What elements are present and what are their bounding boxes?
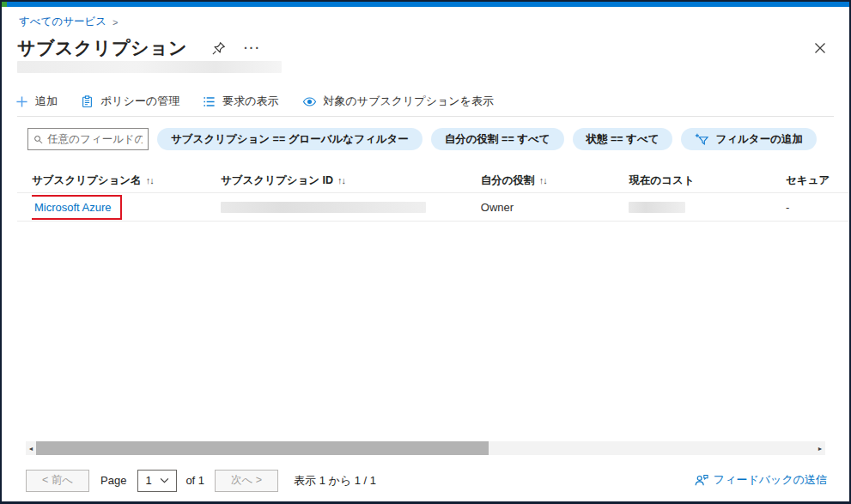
scroll-left-arrow-icon[interactable]: ◄	[26, 441, 36, 455]
plus-icon	[15, 95, 28, 108]
search-box	[27, 128, 149, 150]
feedback-icon	[695, 474, 708, 487]
column-header-secure-score[interactable]: セキュア	[781, 173, 849, 188]
pagination-bar: < 前へ Page 1 of 1 次へ > 表示 1 から 1 / 1	[26, 469, 376, 492]
column-header-my-role[interactable]: 自分の役割↑↓	[481, 173, 629, 188]
subscriptions-blade: すべてのサービス > サブスクリプション ··· 追加	[0, 0, 851, 504]
breadcrumb-all-services[interactable]: すべてのサービス	[19, 15, 106, 29]
list-icon	[203, 95, 216, 108]
table-row: Microsoft Azure Owner -	[32, 193, 849, 221]
breadcrumb-chevron-icon: >	[112, 17, 118, 27]
command-bar: 追加 ポリシーの管理 要求の表示 対象のサブスクリプションを表示	[15, 89, 494, 113]
filter-pill-status[interactable]: 状態 == すべて	[573, 128, 673, 150]
column-header-subscription-id[interactable]: サブスクリプション ID↑↓	[221, 173, 481, 188]
view-requests-button[interactable]: 要求の表示	[203, 94, 278, 109]
scrollbar-thumb[interactable]	[36, 441, 489, 455]
manage-policies-button[interactable]: ポリシーの管理	[81, 94, 179, 109]
column-header-current-cost[interactable]: 現在のコスト	[629, 173, 781, 188]
sort-icon: ↑↓	[146, 175, 154, 185]
horizontal-scrollbar[interactable]: ◄ ►	[26, 441, 825, 455]
annotation-highlight-box: Microsoft Azure	[32, 195, 122, 220]
add-button[interactable]: 追加	[15, 94, 58, 109]
blade-header: サブスクリプション ···	[17, 36, 261, 60]
filter-pill-subscription[interactable]: サブスクリプション == グローバルなフィルター	[157, 128, 422, 150]
search-icon	[33, 134, 43, 145]
add-filter-icon	[695, 133, 709, 146]
results-summary: 表示 1 から 1 / 1	[294, 473, 376, 489]
row-divider	[17, 221, 849, 222]
redacted-cost	[629, 202, 685, 213]
breadcrumb: すべてのサービス >	[19, 15, 119, 29]
clipboard-icon	[81, 95, 94, 108]
top-bar-notch	[2, 2, 7, 7]
next-page-button[interactable]: 次へ >	[215, 470, 278, 492]
toolbar-divider	[17, 116, 834, 117]
add-filter-button[interactable]: フィルターの追加	[681, 128, 816, 150]
portal-top-bar	[2, 2, 849, 7]
column-header-subscription-name[interactable]: サブスクリプション名↑↓	[32, 173, 221, 188]
redacted-subscription-id	[221, 202, 426, 213]
redacted-directory-name	[17, 61, 282, 73]
page-number-select[interactable]: 1	[137, 470, 177, 492]
previous-page-button[interactable]: < 前へ	[26, 470, 89, 492]
send-feedback-link[interactable]: フィードバックの送信	[695, 472, 827, 488]
page-title: サブスクリプション	[17, 36, 187, 60]
page-count-label: of 1	[185, 474, 204, 487]
sort-icon: ↑↓	[337, 175, 345, 185]
chevron-down-icon	[160, 477, 169, 483]
secure-score-value: -	[786, 201, 789, 214]
sort-icon: ↑↓	[539, 175, 547, 185]
page-label: Page	[100, 474, 126, 487]
subscription-link[interactable]: Microsoft Azure	[34, 201, 112, 214]
search-input[interactable]	[47, 133, 143, 145]
filter-bar: サブスクリプション == グローバルなフィルター 自分の役割 == すべて 状態…	[27, 128, 817, 150]
more-options-icon[interactable]: ···	[244, 41, 261, 55]
close-icon[interactable]	[813, 41, 827, 55]
scroll-right-arrow-icon[interactable]: ►	[815, 441, 825, 455]
show-target-subscriptions-button[interactable]: 対象のサブスクリプションを表示	[302, 94, 494, 109]
pin-icon[interactable]	[211, 40, 227, 56]
eye-icon	[302, 95, 317, 108]
table-header-row: サブスクリプション名↑↓ サブスクリプション ID↑↓ 自分の役割↑↓ 現在のコ…	[32, 168, 849, 192]
filter-pill-my-role[interactable]: 自分の役割 == すべて	[431, 128, 564, 150]
role-value: Owner	[481, 201, 514, 214]
